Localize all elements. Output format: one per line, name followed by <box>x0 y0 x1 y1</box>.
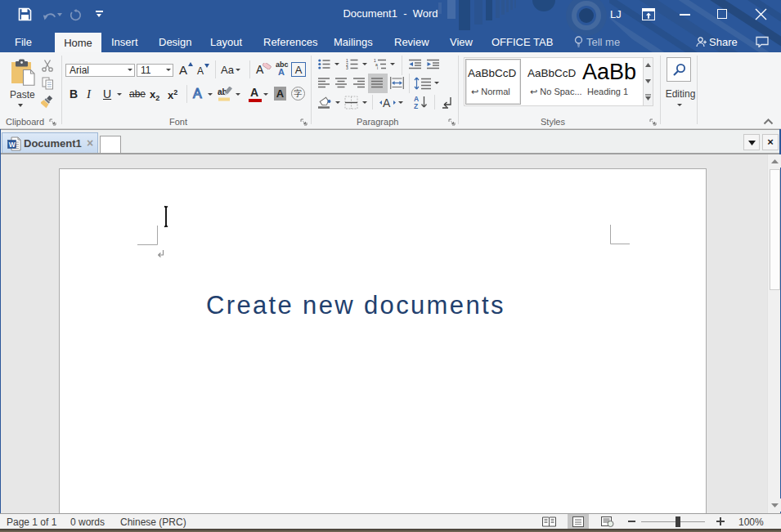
svg-text:A: A <box>383 96 391 110</box>
svg-text:W: W <box>9 141 16 149</box>
svg-text:i: i <box>377 65 378 69</box>
svg-text:Z: Z <box>414 102 418 110</box>
svg-text:3: 3 <box>346 65 348 69</box>
